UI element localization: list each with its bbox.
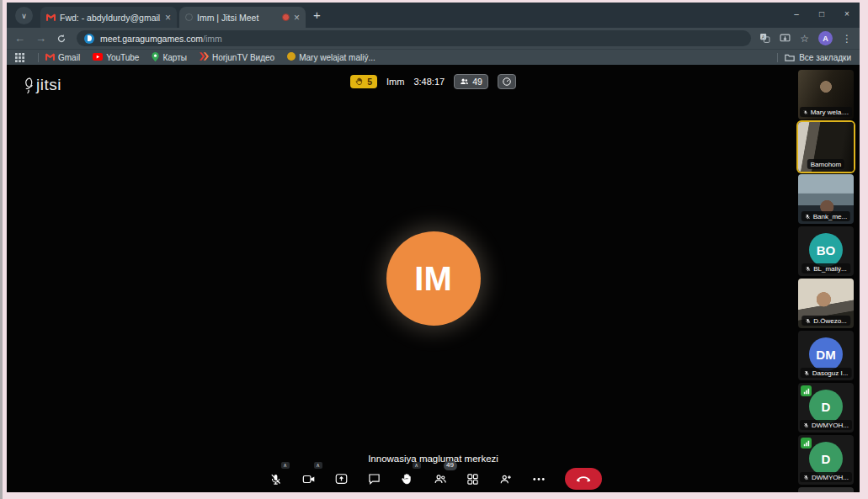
participant-tile[interactable]: DDWMYOH... — [798, 435, 854, 485]
raise-hand-icon — [401, 473, 413, 486]
hangup-button[interactable] — [565, 468, 602, 490]
address-bar[interactable]: meet.garagumgames.com/imm — [77, 30, 751, 46]
screen-share-icon — [335, 473, 348, 485]
participant-name-label: Bamohom — [807, 159, 844, 169]
participant-tile[interactable]: Mary wela.... — [798, 70, 854, 119]
close-tab-icon[interactable]: × — [165, 12, 171, 24]
speedometer-icon — [502, 77, 512, 87]
camera-button[interactable]: ∧ — [298, 469, 320, 490]
reload-button[interactable] — [56, 34, 67, 44]
participant-avatar: BO — [809, 233, 843, 267]
participant-tile[interactable]: DDWMYOH... — [798, 383, 854, 433]
meeting-toolbar: ∧ ∧ ∧ — [7, 468, 860, 490]
participant-name-label: Dasoguz I... — [801, 368, 852, 378]
install-icon[interactable] — [780, 34, 791, 44]
bookmark-star-icon[interactable]: ☆ — [800, 34, 809, 44]
participants-icon — [460, 77, 469, 86]
bookmark-label: YouTube — [106, 53, 139, 62]
participant-name: Bank_me... — [813, 213, 847, 220]
camera-options-chevron-icon[interactable]: ∧ — [314, 462, 322, 470]
stage-avatar-initials: IM — [414, 260, 451, 298]
all-bookmarks[interactable]: Все закладки — [770, 53, 851, 62]
partial-participant-tile — [798, 487, 854, 492]
participant-tile[interactable]: DMDasoguz I... — [798, 331, 854, 380]
participant-count: 49 — [472, 77, 482, 87]
participant-tile[interactable]: BOBL_maliý... — [798, 226, 854, 276]
browser-toolbar: ← → meet.garagumgames.com/imm A ☆ A ⋮ — [7, 28, 860, 49]
screen-share-button[interactable] — [331, 469, 353, 490]
bookmark-item[interactable]: Gmail — [45, 53, 80, 62]
menu-kebab-icon[interactable]: ⋮ — [842, 34, 852, 44]
maximize-button[interactable]: □ — [809, 3, 834, 24]
tab-jitsi-meet[interactable]: Imm | Jitsi Meet × — [179, 7, 306, 28]
more-actions-button[interactable] — [528, 469, 550, 490]
hangup-phone-icon — [576, 475, 591, 482]
folder-icon — [785, 53, 795, 61]
participant-name: Bamohom — [811, 161, 841, 168]
raised-hands-count: 5 — [367, 77, 372, 87]
participant-name-label: DWMYOH... — [800, 472, 852, 482]
all-bookmarks-label: Все закладки — [799, 53, 851, 62]
conference-info-bar: 5 Imm 3:48:17 49 — [7, 74, 860, 89]
connection-indicator-icon — [801, 385, 812, 396]
participant-tile[interactable]: Bamohom — [798, 122, 854, 172]
room-name: Imm — [386, 77, 404, 87]
tab-label: Imm | Jitsi Meet — [197, 13, 279, 23]
minimize-button[interactable]: – — [784, 3, 809, 24]
participant-tile[interactable]: D.Öwezo... — [798, 279, 854, 328]
bookmark-item[interactable]: YouTube — [93, 53, 139, 62]
raised-hands-badge[interactable]: 5 — [350, 75, 377, 88]
participant-name-label: Bank_me... — [801, 211, 850, 221]
browser-window: ∨ Fwd: - abdyldurdy@gmail.com × Imm | Ji… — [7, 3, 860, 492]
gold-icon — [287, 52, 296, 62]
participant-count-badge[interactable]: 49 — [454, 74, 488, 89]
participants-button[interactable]: 49 — [429, 469, 451, 490]
participant-name: DWMYOH... — [812, 422, 849, 429]
stage-avatar: IM — [386, 231, 481, 326]
apps-grid-icon[interactable] — [15, 53, 24, 62]
mic-muted-icon — [805, 318, 811, 324]
gmail-icon — [46, 13, 56, 21]
participant-tile[interactable]: Bank_me... — [798, 174, 854, 224]
mic-muted-icon — [269, 473, 282, 486]
hand-options-chevron-icon[interactable]: ∧ — [413, 462, 421, 470]
youtube-icon — [93, 53, 103, 62]
participant-name: D.Öwezo... — [813, 317, 847, 325]
toolbar-right-icons: A ☆ A ⋮ — [759, 31, 852, 45]
more-dots-icon — [533, 477, 545, 481]
close-tab-icon[interactable]: × — [294, 12, 300, 24]
divider — [38, 53, 39, 62]
filmstrip[interactable]: Mary wela....BamohomBank_me...BOBL_maliý… — [798, 70, 854, 492]
raise-hand-button[interactable]: ∧ — [397, 469, 418, 490]
performance-settings-button[interactable] — [498, 74, 516, 89]
stage-display-name: Innowasiya maglumat merkezi — [7, 454, 860, 464]
microphone-button[interactable]: ∧ — [265, 469, 287, 490]
tab-gmail[interactable]: Fwd: - abdyldurdy@gmail.com × — [40, 7, 177, 28]
profile-avatar[interactable]: A — [818, 31, 833, 45]
site-favicon — [84, 34, 94, 44]
tile-view-button[interactable] — [462, 469, 484, 490]
tv-icon — [200, 52, 209, 62]
participant-avatar: D — [809, 390, 843, 423]
back-button[interactable]: ← — [14, 33, 25, 44]
tile-view-icon — [466, 473, 479, 486]
translate-icon[interactable]: A — [759, 33, 770, 44]
participant-name: BL_maliý... — [813, 265, 847, 273]
camera-icon — [302, 474, 316, 485]
mic-options-chevron-icon[interactable]: ∧ — [281, 462, 290, 470]
close-button[interactable]: × — [834, 3, 860, 24]
forward-button[interactable]: → — [35, 33, 46, 44]
tab-search-button[interactable]: ∨ — [15, 7, 33, 24]
bookmark-item[interactable]: Mary welajat maliý... — [287, 52, 375, 62]
chat-button[interactable] — [364, 469, 386, 490]
participant-avatar: D — [809, 442, 843, 475]
new-tab-button[interactable]: + — [313, 8, 321, 22]
bookmark-item[interactable]: Карты — [152, 52, 187, 63]
tab-label: Fwd: - abdyldurdy@gmail.com — [60, 13, 161, 23]
bookmark-item[interactable]: HorjunTV Видео — [200, 52, 274, 62]
invite-button[interactable] — [495, 469, 517, 490]
meeting-stage: jitsi 5 Imm 3:48:17 49 — [7, 65, 860, 492]
mic-muted-icon — [803, 475, 809, 480]
mic-muted-icon — [803, 109, 808, 115]
participant-name-label: Mary wela.... — [800, 107, 852, 117]
